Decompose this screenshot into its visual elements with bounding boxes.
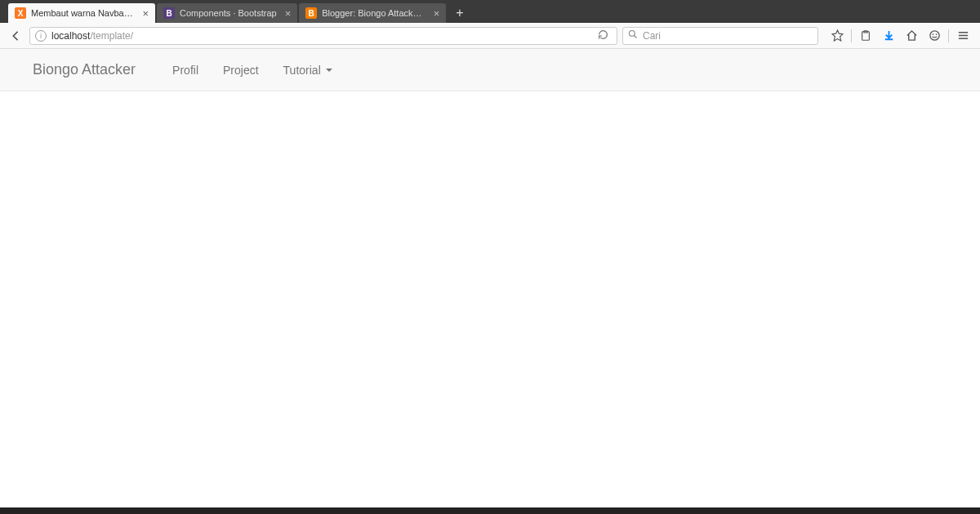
chevron-down-icon: [326, 69, 332, 72]
tab-3[interactable]: B Blogger: Biongo Attacker - ... ×: [299, 3, 446, 23]
xampp-icon: X: [15, 7, 26, 19]
star-icon: [831, 29, 844, 42]
tab-1[interactable]: X Membaut warna Navbar me... ×: [8, 3, 155, 23]
home-icon: [906, 29, 918, 42]
svg-point-5: [932, 33, 933, 35]
page-content: Biongo Attacker Profil Project Tutorial: [0, 49, 980, 91]
downloads-button[interactable]: [878, 26, 899, 46]
separator: [851, 29, 852, 42]
url-text: localhost/template/: [51, 30, 590, 42]
info-icon[interactable]: i: [35, 30, 47, 42]
bootstrap-icon: B: [163, 7, 175, 19]
blogger-icon: B: [305, 7, 317, 19]
hamburger-icon: [957, 29, 969, 42]
nav-item-profil[interactable]: Profil: [160, 64, 211, 77]
tab-strip: X Membaut warna Navbar me... × B Compone…: [0, 0, 980, 23]
svg-point-4: [929, 31, 938, 40]
nav-item-tutorial[interactable]: Tutorial: [271, 64, 345, 77]
search-input[interactable]: Cari: [622, 27, 818, 45]
reload-button[interactable]: [595, 29, 612, 42]
close-icon[interactable]: ×: [285, 8, 292, 19]
svg-point-6: [935, 33, 937, 35]
navbar-nav: Profil Project Tutorial: [160, 64, 345, 77]
tab-2[interactable]: B Components · Bootstrap ×: [157, 3, 297, 23]
svg-point-0: [630, 31, 635, 37]
clipboard-icon: [860, 30, 871, 42]
new-tab-button[interactable]: +: [448, 3, 471, 23]
library-button[interactable]: [855, 26, 876, 46]
arrow-left-icon: [10, 30, 21, 42]
nav-item-project[interactable]: Project: [211, 64, 271, 77]
tab-title: Blogger: Biongo Attacker - ...: [322, 8, 425, 18]
close-icon[interactable]: ×: [142, 8, 149, 19]
bookmark-star-button[interactable]: [826, 26, 848, 46]
smiley-icon: [929, 29, 941, 42]
svg-line-1: [635, 36, 637, 38]
nav-label: Tutorial: [283, 64, 321, 77]
navbar-brand[interactable]: Biongo Attacker: [33, 61, 136, 78]
url-input[interactable]: i localhost/template/: [29, 27, 617, 45]
taskbar: [0, 507, 980, 514]
menu-button[interactable]: [952, 26, 973, 46]
tab-title: Membaut warna Navbar me...: [31, 8, 134, 18]
nav-label: Project: [223, 64, 259, 77]
sync-button[interactable]: [924, 26, 945, 46]
url-host: localhost: [51, 30, 90, 42]
separator: [948, 29, 949, 42]
home-button[interactable]: [901, 26, 922, 46]
back-button[interactable]: [7, 27, 24, 45]
search-placeholder: Cari: [643, 30, 661, 42]
close-icon[interactable]: ×: [434, 8, 440, 19]
address-bar: i localhost/template/ Cari: [0, 23, 980, 49]
download-icon: [883, 29, 895, 42]
search-icon: [628, 29, 638, 42]
navbar: Biongo Attacker Profil Project Tutorial: [0, 49, 980, 91]
toolbar-icons: [826, 26, 973, 46]
tab-title: Components · Bootstrap: [180, 8, 277, 18]
nav-label: Profil: [172, 64, 198, 77]
url-path: /template/: [90, 30, 133, 42]
reload-icon: [598, 29, 608, 40]
